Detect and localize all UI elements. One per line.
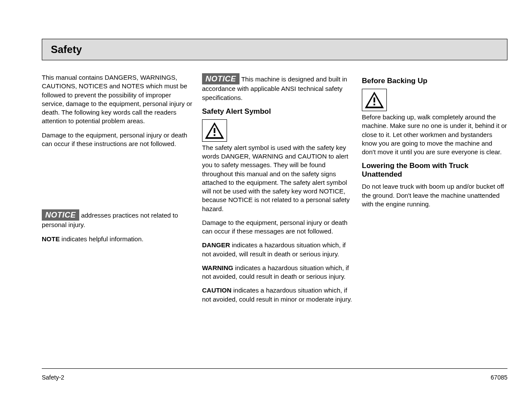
warning-label: WARNING — [202, 264, 233, 271]
unattended-heading: Lowering the Boom with Truck Unattended — [362, 162, 507, 179]
right-column: Before Backing Up Before backing up, wal… — [362, 73, 507, 214]
svg-rect-2 — [214, 128, 215, 133]
middle-column: NOTICE This machine is designed and buil… — [202, 73, 355, 309]
note-definition: NOTE indicates helpful information. — [42, 235, 195, 243]
footer-doc-number: 67085 — [491, 374, 507, 381]
caution-label: CAUTION — [202, 286, 231, 294]
notice-definition: NOTICE addresses practices not related t… — [42, 209, 195, 230]
svg-rect-3 — [214, 134, 215, 136]
safety-header: Safety — [42, 39, 507, 60]
alert-explanation-2: Damage to the equipment, personal injury… — [202, 218, 355, 236]
left-column: This manual contains DANGERS, WARNINGS, … — [42, 73, 195, 249]
footer-page-label: Safety-2 — [42, 374, 64, 381]
notice-badge: NOTICE — [202, 73, 240, 84]
warning-definition: WARNING indicates a hazardous situation … — [202, 264, 355, 281]
warning-paragraph: Damage to the equipment, personal injury… — [42, 131, 195, 149]
intro-paragraph: This manual contains DANGERS, WARNINGS, … — [42, 73, 195, 126]
backing-up-text: Before backing up, walk completely aroun… — [362, 113, 507, 156]
note-text: indicates helpful information. — [62, 235, 143, 243]
svg-rect-6 — [373, 97, 375, 103]
svg-rect-7 — [373, 104, 375, 106]
danger-definition: DANGER indicates a hazardous situation w… — [202, 241, 355, 258]
warning-triangle-icon — [362, 89, 387, 111]
note-label: NOTE — [42, 235, 60, 243]
footer-rule — [42, 368, 507, 369]
ansi-notice: NOTICE This machine is designed and buil… — [202, 73, 355, 102]
backing-up-heading: Before Backing Up — [362, 77, 507, 85]
page-title: Safety — [51, 44, 82, 56]
warning-triangle-icon — [202, 119, 227, 142]
alert-explanation-1: The safety alert symbol is used with the… — [202, 143, 355, 213]
notice-badge: NOTICE — [42, 209, 79, 221]
safety-alert-heading: Safety Alert Symbol — [202, 107, 355, 116]
unattended-text: Do not leave truck with boom up and/or b… — [362, 182, 507, 209]
caution-definition: CAUTION indicates a hazardous situation … — [202, 286, 355, 304]
danger-label: DANGER — [202, 241, 230, 249]
